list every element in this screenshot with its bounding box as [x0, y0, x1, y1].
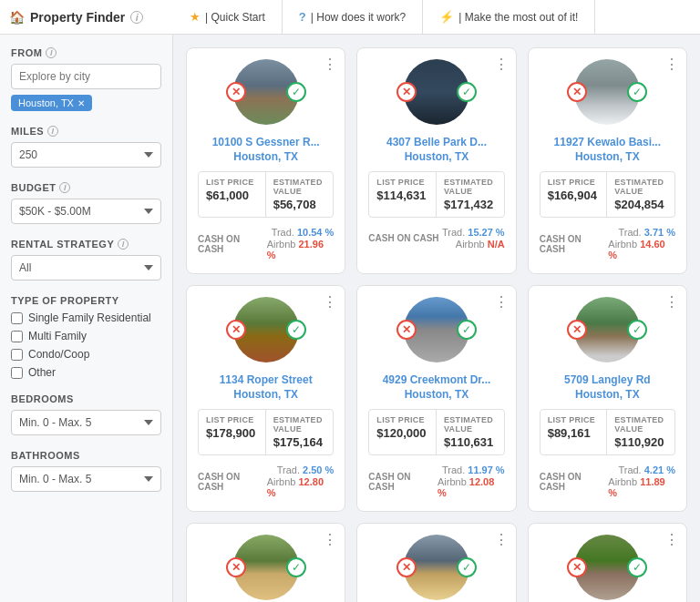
address-line2: Houston, TX [540, 388, 675, 403]
estimated-value-col: ESTIMATED VALUE $175,164 [266, 410, 334, 454]
card-image-wrapper: ✕ ✓ [233, 535, 299, 600]
card-menu-icon[interactable]: ⋮ [323, 56, 337, 73]
sidebar-budget-section: BUDGET i $50K - $5.00M $100K - $1M [11, 182, 161, 224]
airbnb-return: Airbnb 12.08 % [438, 476, 505, 498]
card-returns: CASH ON CASH Trad. 15.27 % Airbnb N/A [368, 223, 504, 253]
airbnb-return: Airbnb 14.60 % [608, 239, 675, 260]
approve-badge[interactable]: ✓ [627, 557, 647, 577]
checkbox-sfr-input[interactable] [11, 312, 23, 324]
estimated-value-value: $204,854 [614, 198, 667, 211]
card-returns: CASH ON CASH Trad. 4.21 % Airbnb 11.89 % [540, 461, 675, 502]
reject-badge[interactable]: ✕ [226, 320, 246, 340]
approve-badge[interactable]: ✓ [627, 320, 647, 340]
sidebar-miles-section: MILES i 250 50 100 500 [11, 126, 161, 168]
city-search-input[interactable] [11, 64, 161, 89]
card-menu-icon[interactable]: ⋮ [664, 531, 679, 548]
checkbox-mf-input[interactable] [11, 331, 23, 342]
trad-return: Trad. 4.21 % [618, 464, 675, 475]
card-body: 11927 Kewalo Basi... Houston, TX LIST PR… [529, 130, 686, 273]
card-menu-icon[interactable]: ⋮ [323, 293, 337, 311]
list-price-col: LIST PRICE $178,900 [199, 410, 266, 454]
reject-badge[interactable]: ✕ [567, 557, 587, 577]
address-line2: Houston, TX [198, 388, 334, 403]
star-icon: ★ [190, 10, 201, 24]
miles-info-icon[interactable]: i [47, 126, 58, 137]
estimated-value-col: ESTIMATED VALUE $204,854 [607, 172, 674, 217]
card-menu-icon[interactable]: ⋮ [494, 293, 509, 311]
approve-badge[interactable]: ✓ [457, 320, 477, 340]
estimated-value-value: $171,432 [444, 198, 497, 211]
from-label: FROM i [11, 47, 161, 58]
checkbox-other[interactable]: Other [11, 366, 161, 379]
property-address[interactable]: 10100 S Gessner R... Houston, TX [198, 136, 334, 164]
card-prices: LIST PRICE $178,900 ESTIMATED VALUE $175… [198, 409, 334, 455]
approve-badge[interactable]: ✓ [286, 320, 306, 340]
list-price-value: $114,631 [376, 189, 428, 202]
nav-makemost[interactable]: ⚡ | Make the most out of it! [423, 0, 595, 35]
nav-howdoes[interactable]: ? | How does it work? [283, 0, 423, 35]
list-price-col: LIST PRICE $166,904 [540, 172, 608, 217]
property-address[interactable]: 11927 Kewalo Basi... Houston, TX [540, 136, 675, 164]
checkbox-other-input[interactable] [11, 367, 23, 379]
sidebar-bathrooms-section: BATHROOMS Min. 0 - Max. 5 Min. 1 - Max. … [11, 450, 161, 492]
checkbox-sfr[interactable]: Single Family Residential [11, 311, 161, 324]
reject-badge[interactable]: ✕ [396, 320, 417, 340]
nav-quickstart[interactable]: ★ | Quick Start [173, 0, 283, 35]
list-price-label: LIST PRICE [206, 415, 258, 424]
address-line1: 11927 Kewalo Basi... [540, 136, 675, 150]
reject-badge[interactable]: ✕ [396, 82, 417, 102]
home-icon: 🏠 [9, 10, 25, 25]
cards-grid: ⋮ ✕ ✓ 10100 S Gessner R... Houston, TX L… [186, 47, 687, 602]
reject-badge[interactable]: ✕ [226, 557, 246, 577]
list-price-value: $61,000 [206, 189, 258, 202]
approve-badge[interactable]: ✓ [457, 82, 477, 102]
approve-badge[interactable]: ✓ [627, 82, 647, 102]
budget-info-icon[interactable]: i [59, 182, 70, 193]
rental-info-icon[interactable]: i [118, 239, 129, 250]
from-info-icon[interactable]: i [46, 47, 57, 58]
reject-badge[interactable]: ✕ [567, 82, 587, 102]
reject-badge[interactable]: ✕ [396, 557, 417, 577]
checkbox-condo-input[interactable] [11, 349, 23, 361]
card-menu-icon[interactable]: ⋮ [494, 531, 509, 548]
tag-remove-icon[interactable]: ✕ [77, 98, 85, 108]
list-price-col: LIST PRICE $114,631 [369, 172, 437, 217]
property-address[interactable]: 4307 Belle Park D... Houston, TX [368, 136, 504, 164]
budget-select[interactable]: $50K - $5.00M $100K - $1M [11, 199, 161, 224]
property-address[interactable]: 1134 Roper Street Houston, TX [198, 373, 334, 402]
budget-label: BUDGET i [11, 182, 161, 193]
app-info-icon[interactable]: i [130, 11, 143, 24]
card-menu-icon[interactable]: ⋮ [323, 531, 337, 548]
property-address[interactable]: 4929 Creekmont Dr... Houston, TX [368, 373, 504, 402]
card-header: ⋮ ✕ ✓ [357, 48, 515, 130]
reject-badge[interactable]: ✕ [226, 82, 246, 102]
property-card: ⋮ ✕ ✓ 10100 S Gessner R... Houston, TX L… [186, 47, 345, 274]
property-card: ⋮ ✕ ✓ 7030 Hazen Street Houston, TX [186, 523, 345, 602]
card-menu-icon[interactable]: ⋮ [664, 293, 679, 311]
rental-select[interactable]: All Traditional Airbnb [11, 255, 161, 281]
airbnb-return: Airbnb N/A [456, 239, 505, 250]
approve-badge[interactable]: ✓ [286, 82, 306, 102]
cash-on-cash-label: CASH ON CASH [198, 472, 267, 492]
card-header: ⋮ ✕ ✓ [529, 286, 686, 368]
approve-badge[interactable]: ✓ [286, 557, 306, 577]
cash-on-cash-label: CASH ON CASH [368, 233, 438, 243]
approve-badge[interactable]: ✓ [457, 557, 477, 577]
estimated-value-value: $110,920 [614, 435, 667, 449]
property-address[interactable]: 5709 Langley Rd Houston, TX [540, 373, 675, 402]
checkbox-condo[interactable]: Condo/Coop [11, 348, 161, 361]
reject-badge[interactable]: ✕ [567, 320, 587, 340]
app-brand: 🏠 Property Finder i [9, 10, 173, 25]
property-card: ⋮ ✕ ✓ 5709 Langley Rd Houston, TX LIST P… [528, 285, 687, 512]
checkbox-mf[interactable]: Multi Family [11, 330, 161, 342]
trad-return: Trad. 11.97 % [442, 464, 505, 475]
nav-quickstart-label: | Quick Start [205, 11, 265, 24]
bedrooms-select[interactable]: Min. 0 - Max. 5 Min. 1 - Max. 3 [11, 410, 161, 435]
card-menu-icon[interactable]: ⋮ [494, 56, 509, 73]
rental-label: RENTAL STRATEGY i [11, 239, 161, 250]
cash-on-cash-label: CASH ON CASH [198, 234, 267, 254]
miles-select[interactable]: 250 50 100 500 [11, 142, 161, 168]
card-menu-icon[interactable]: ⋮ [664, 56, 679, 73]
property-card: ⋮ ✕ ✓ 7801 Pecan Villas... Houston, TX [528, 523, 687, 602]
bathrooms-select[interactable]: Min. 0 - Max. 5 Min. 1 - Max. 3 [11, 466, 161, 492]
